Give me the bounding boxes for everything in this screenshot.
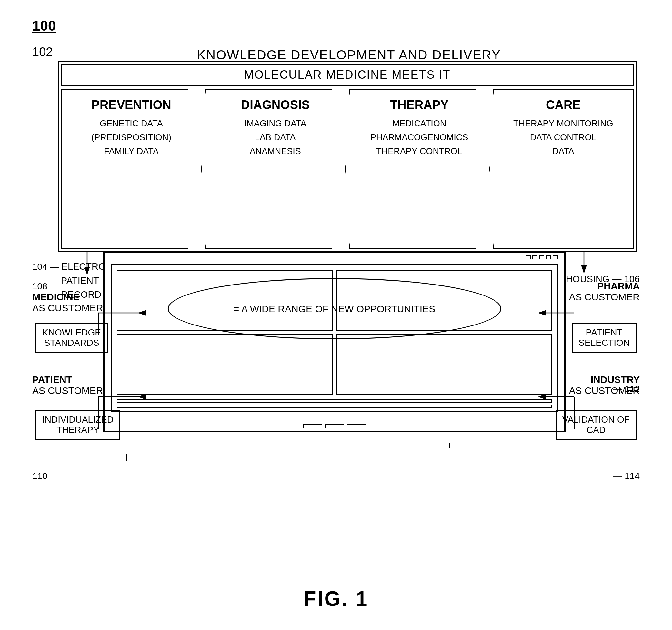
mini-rect-1 xyxy=(526,256,531,259)
outer-border: MOLECULAR MEDICINE MEETS IT PREVENTION G… xyxy=(58,61,637,251)
individualized-therapy-box: INDIVIDUALIZEDTHERAPY xyxy=(35,410,120,440)
medicine-subheading: AS CUSTOMER xyxy=(32,302,103,313)
monitor-area: = A WIDE RANGE OF NEW OPPORTUNITIES xyxy=(103,251,566,461)
monitor-frame: = A WIDE RANGE OF NEW OPPORTUNITIES xyxy=(103,251,566,432)
validation-cad-box: VALIDATION OFCAD xyxy=(555,410,637,440)
mini-rect-5 xyxy=(553,256,558,259)
patient-subheading: AS CUSTOMER xyxy=(32,385,103,396)
patient-selection-box: PATIENTSELECTION xyxy=(572,322,637,353)
industry-subheading: AS CUSTOMER xyxy=(569,385,640,396)
diagnosis-title: DIAGNOSIS xyxy=(235,98,316,112)
prevention-column: PREVENTION GENETIC DATA(PREDISPOSITION)F… xyxy=(61,89,202,249)
epr-ref: 104 — xyxy=(32,262,59,272)
ellipse-text: = A WIDE RANGE OF NEW OPPORTUNITIES xyxy=(234,301,435,316)
pharma-subheading: AS CUSTOMER xyxy=(569,292,640,302)
therapy-title: THERAPY xyxy=(384,98,455,112)
pharma-customer-label: PHARMA AS CUSTOMER xyxy=(569,281,640,302)
btn-small-3 xyxy=(347,424,366,428)
patient-customer-label: PATIENT AS CUSTOMER xyxy=(32,374,103,396)
patient-heading: PATIENT xyxy=(32,374,72,385)
pharma-heading: PHARMA xyxy=(597,281,640,291)
monitor-screen: = A WIDE RANGE OF NEW OPPORTUNITIES xyxy=(111,264,558,412)
therapy-content: MEDICATIONPHARMACOGENOMICSTHERAPY CONTRO… xyxy=(364,117,475,159)
prevention-title: PREVENTION xyxy=(85,98,178,112)
care-column: CARE THERAPY MONITORINGDATA CONTROLDATA xyxy=(493,89,634,249)
prevention-content: GENETIC DATA(PREDISPOSITION)FAMILY DATA xyxy=(85,117,178,159)
grid-cell-4 xyxy=(336,334,552,394)
medicine-ref: 108 xyxy=(32,281,47,291)
ellipse: = A WIDE RANGE OF NEW OPPORTUNITIES xyxy=(167,278,501,339)
grid-cell-3 xyxy=(117,334,333,394)
hbar-2 xyxy=(117,405,552,408)
monitor-bottom xyxy=(110,424,559,428)
care-content: THERAPY MONITORINGDATA CONTROLDATA xyxy=(507,117,620,159)
medicine-heading: MEDICINE xyxy=(32,292,80,302)
industry-ref: — 114 xyxy=(613,471,640,481)
btn-small-2 xyxy=(325,424,344,428)
care-title: CARE xyxy=(539,98,587,112)
page: 100 102 KNOWLEDGE DEVELOPMENT AND DELIVE… xyxy=(0,0,672,630)
figure-ref: 100 xyxy=(32,18,56,34)
medicine-customer-label: 108 MEDICINE AS CUSTOMER xyxy=(32,281,103,314)
industry-heading: INDUSTRY xyxy=(591,374,640,385)
molecular-bar: MOLECULAR MEDICINE MEETS IT xyxy=(61,64,634,86)
diagram-ref-102: 102 xyxy=(32,45,53,59)
monitor-topbar xyxy=(526,256,558,259)
main-diagram: 102 KNOWLEDGE DEVELOPMENT AND DELIVERY M… xyxy=(32,42,640,588)
knowledge-standards-box: KNOWLEDGESTANDARDS xyxy=(35,322,108,353)
mini-rect-4 xyxy=(546,256,551,259)
diagnosis-column: DIAGNOSIS IMAGING DATALAB DATAANAMNESIS xyxy=(205,89,346,249)
knowledge-label: KNOWLEDGE DEVELOPMENT AND DELIVERY xyxy=(58,48,640,62)
industry-customer-label: INDUSTRY AS CUSTOMER xyxy=(569,374,640,396)
monitor-base-top xyxy=(173,448,496,454)
screen-bottom-bars xyxy=(117,399,552,408)
molecular-label: MOLECULAR MEDICINE MEETS IT xyxy=(244,68,450,81)
therapy-column: THERAPY MEDICATIONPHARMACOGENOMICSTHERAP… xyxy=(349,89,490,249)
patient-ref: 110 xyxy=(32,471,47,481)
mini-rect-2 xyxy=(532,256,537,259)
btn-small-1 xyxy=(303,424,322,428)
fig-label: FIG. 1 xyxy=(304,587,369,611)
diagnosis-content: IMAGING DATALAB DATAANAMNESIS xyxy=(238,117,313,159)
columns-row: PREVENTION GENETIC DATA(PREDISPOSITION)F… xyxy=(61,89,634,249)
mini-rect-3 xyxy=(539,256,544,259)
monitor-base-bottom xyxy=(126,454,543,461)
hbar-1 xyxy=(117,399,552,403)
